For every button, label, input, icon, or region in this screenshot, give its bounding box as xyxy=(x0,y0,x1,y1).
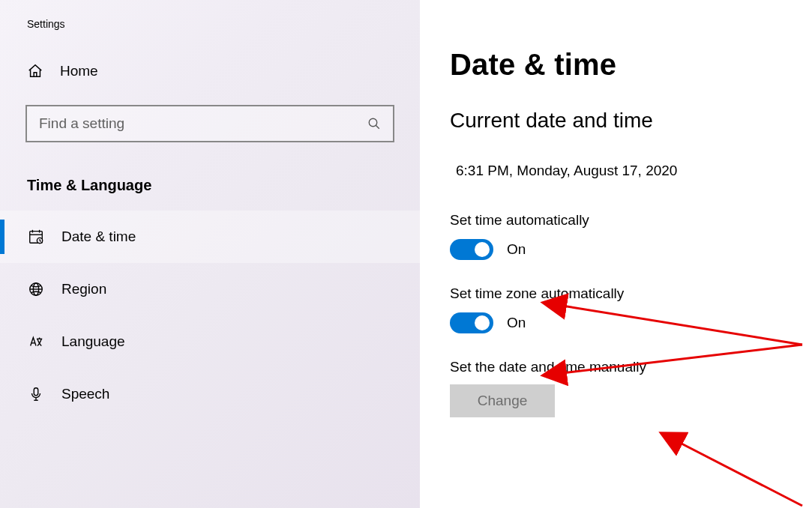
calendar-icon xyxy=(27,228,45,246)
page-title: Date & time xyxy=(450,48,797,82)
nav-home-label: Home xyxy=(60,63,98,79)
nav-item-speech[interactable]: Speech xyxy=(0,368,420,420)
settings-sidebar: Settings Home Time & Language xyxy=(0,0,420,508)
svg-line-8 xyxy=(40,241,40,241)
nav-item-date-time[interactable]: Date & time xyxy=(0,211,420,263)
nav-item-label: Language xyxy=(61,333,125,350)
home-icon xyxy=(27,63,43,79)
nav-item-region[interactable]: Region xyxy=(0,263,420,315)
app-title: Settings xyxy=(0,18,420,55)
search-box[interactable] xyxy=(25,105,394,142)
toggle-knob xyxy=(475,315,490,330)
auto-time-state: On xyxy=(507,241,526,258)
search-wrapper xyxy=(25,105,394,142)
section-title: Current date and time xyxy=(450,109,797,133)
nav-item-language[interactable]: Language xyxy=(0,315,420,368)
microphone-icon xyxy=(27,385,45,403)
auto-time-label: Set time automatically xyxy=(450,212,797,229)
search-icon xyxy=(367,117,381,130)
nav-item-label: Date & time xyxy=(61,229,136,245)
svg-line-1 xyxy=(376,125,379,129)
toggle-knob xyxy=(475,242,490,257)
svg-rect-13 xyxy=(34,388,38,396)
search-input[interactable] xyxy=(39,115,367,132)
globe-icon xyxy=(27,280,45,298)
nav-home[interactable]: Home xyxy=(0,55,420,87)
current-datetime: 6:31 PM, Monday, August 17, 2020 xyxy=(456,163,797,179)
auto-time-toggle[interactable] xyxy=(450,239,493,260)
svg-point-0 xyxy=(369,118,377,127)
main-content: Date & time Current date and time 6:31 P… xyxy=(420,0,812,508)
change-button[interactable]: Change xyxy=(450,384,555,417)
auto-tz-state: On xyxy=(507,315,526,331)
manual-label: Set the date and time manually xyxy=(450,359,797,375)
category-title: Time & Language xyxy=(0,142,420,211)
nav-item-label: Region xyxy=(61,281,106,297)
auto-tz-label: Set time zone automatically xyxy=(450,285,797,302)
nav-item-label: Speech xyxy=(61,386,109,402)
svg-line-18 xyxy=(679,442,802,506)
auto-tz-toggle[interactable] xyxy=(450,312,493,333)
language-icon xyxy=(27,333,45,351)
